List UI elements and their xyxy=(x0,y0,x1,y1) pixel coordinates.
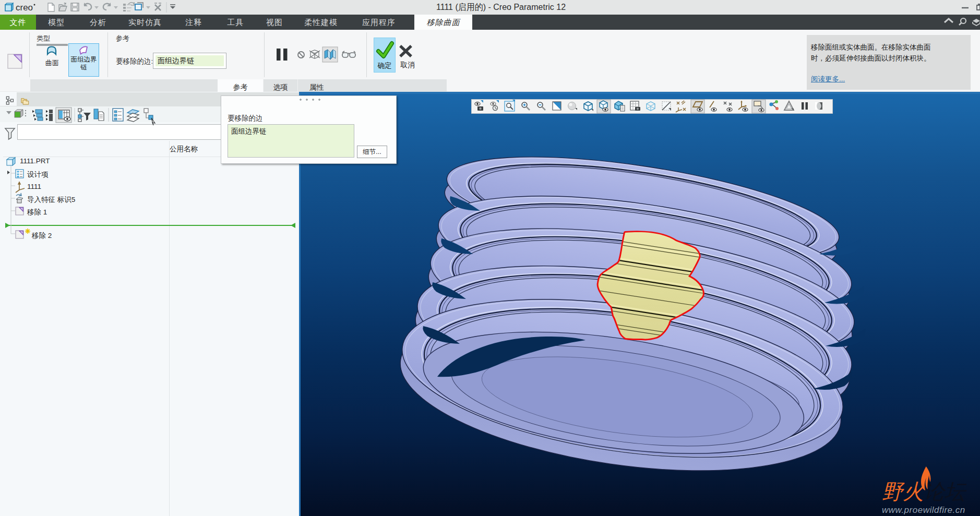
svg-text:creo: creo xyxy=(16,3,33,13)
